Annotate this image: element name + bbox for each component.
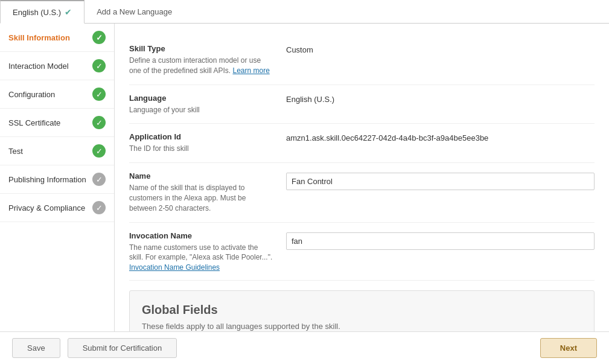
global-fields-section: Global Fields These fields apply to all … [129,290,595,331]
sidebar-check-configuration: ✓ [92,88,106,101]
sidebar-item-ssl-certificate[interactable]: SSL Certificate ✓ [0,109,114,137]
sidebar-item-label: Configuration [8,90,55,99]
invocation-name-guidelines-link[interactable]: Invocation Name Guidelines [129,263,220,272]
field-application-id-value: amzn1.ask.skill.0ec64227-042d-4a4b-bc3f-… [286,133,488,142]
sidebar-check-ssl-certificate: ✓ [92,116,106,129]
field-name: Name Name of the skill that is displayed… [129,163,595,222]
field-language-label: Language [129,94,274,103]
footer: Save Submit for Certification Next [0,331,609,364]
global-fields-title: Global Fields [142,303,582,317]
sidebar-item-skill-information[interactable]: Skill Information ✓ [0,24,114,52]
sidebar-item-configuration[interactable]: Configuration ✓ [0,80,114,109]
field-invocation-name-label: Invocation Name [129,231,274,240]
field-skill-type: Skill Type Define a custom interaction m… [129,36,595,85]
sidebar-item-test[interactable]: Test ✓ [0,137,114,165]
sidebar-check-test: ✓ [92,144,106,158]
global-fields-desc: These fields apply to all languages supp… [142,322,582,331]
invocation-name-input[interactable] [286,232,595,250]
tab-add-language-label: Add a New Language [97,7,172,16]
field-skill-type-desc: Define a custom interaction model or use… [129,56,274,76]
sidebar-check-interaction-model: ✓ [92,59,106,72]
sidebar-item-label: SSL Certificate [8,118,60,127]
field-language: Language Language of your skill English … [129,85,595,124]
tab-add-language[interactable]: Add a New Language [84,0,184,23]
sidebar-item-publishing-information[interactable]: Publishing Information ✓ [0,165,114,194]
save-button[interactable]: Save [12,338,60,358]
main-layout: Skill Information ✓ Interaction Model ✓ … [0,24,609,331]
sidebar-item-label: Skill Information [8,33,70,42]
field-application-id-label: Application Id [129,132,274,141]
sidebar-item-label: Test [8,147,23,156]
sidebar-item-privacy-compliance[interactable]: Privacy & Compliance ✓ [0,194,114,222]
sidebar: Skill Information ✓ Interaction Model ✓ … [0,24,115,331]
field-invocation-name-desc: The name customers use to activate the s… [129,243,274,263]
sidebar-check-publishing-information: ✓ [92,173,106,186]
field-name-label: Name [129,171,274,180]
field-name-desc: Name of the skill that is displayed to c… [129,183,274,213]
sidebar-item-label: Publishing Information [8,175,86,184]
name-input[interactable] [286,173,595,190]
footer-left: Save Submit for Certification [12,338,177,358]
tab-english-us[interactable]: English (U.S.) ✔ [0,0,84,24]
sidebar-item-label: Privacy & Compliance [8,203,85,212]
tab-english-us-label: English (U.S.) [13,8,61,17]
tab-english-us-check: ✔ [65,7,72,17]
sidebar-item-label: Interaction Model [8,62,69,71]
next-button[interactable]: Next [540,338,597,358]
field-skill-type-label: Skill Type [129,44,274,53]
sidebar-check-privacy-compliance: ✓ [92,201,106,214]
content-area: Skill Type Define a custom interaction m… [115,24,609,331]
sidebar-check-skill-information: ✓ [92,31,106,44]
field-skill-type-value: Custom [286,45,313,54]
sidebar-item-interaction-model[interactable]: Interaction Model ✓ [0,52,114,80]
skill-type-learn-more-link[interactable]: Learn more [232,66,269,75]
tab-bar: English (U.S.) ✔ Add a New Language [0,0,609,24]
submit-for-certification-button[interactable]: Submit for Certification [68,338,177,358]
field-invocation-name: Invocation Name The name customers use t… [129,223,595,281]
field-language-desc: Language of your skill [129,105,274,115]
field-application-id: Application Id The ID for this skill amz… [129,124,595,163]
field-language-value: English (U.S.) [286,95,334,104]
field-application-id-desc: The ID for this skill [129,144,274,154]
